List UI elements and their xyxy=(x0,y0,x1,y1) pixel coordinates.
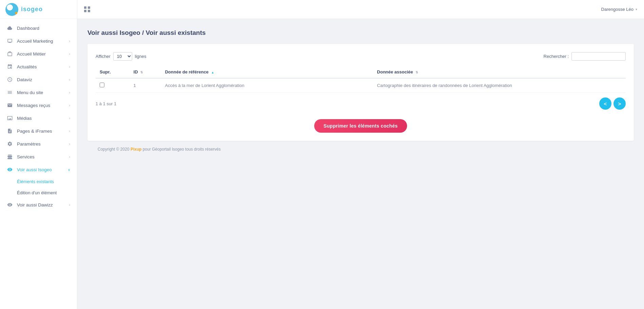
sidebar-item-accueil-metier-label: Accueil Métier xyxy=(17,51,68,57)
chevron-right-icon: › xyxy=(69,142,70,146)
sidebar-item-actualites-label: Actualités xyxy=(17,64,68,69)
sidebar-item-dataviz-label: Dataviz xyxy=(17,77,68,82)
topbar: Darengosse Léo ▾ xyxy=(77,0,644,19)
sidebar-item-messages-recus[interactable]: Messages reçus › xyxy=(0,99,77,112)
sidebar-item-voir-aussi-isogeo[interactable]: Voir aussi Isogeo ∨ xyxy=(0,163,77,176)
sidebar-item-actualites[interactable]: Actualités › xyxy=(0,60,77,73)
table-controls-left: Afficher 10 25 50 100 lignes xyxy=(96,52,146,61)
cloud-icon xyxy=(7,25,13,31)
next-button[interactable]: > xyxy=(613,97,626,110)
sidebar-item-dashboard-label: Dashboard xyxy=(17,26,70,31)
file-icon xyxy=(7,128,13,134)
sidebar-item-voir-aussi-dawizz[interactable]: Voir aussi Dawizz › xyxy=(0,198,77,211)
envelope-icon xyxy=(7,103,13,108)
content-area: Voir aussi Isogeo / Voir aussi existants… xyxy=(77,19,644,309)
delete-button[interactable]: Supprimer les éléments cochés xyxy=(314,119,407,133)
col-donnee-reference[interactable]: Donnée de référence ▲ xyxy=(161,66,373,78)
col-donnee-associee[interactable]: Donnée associée ⇅ xyxy=(373,66,626,78)
main: Darengosse Léo ▾ Voir aussi Isogeo / Voi… xyxy=(77,0,644,309)
col-id[interactable]: ID ⇅ xyxy=(129,66,161,78)
sidebar-item-parametres-label: Paramètres xyxy=(17,141,68,147)
footer: Copyright © 2020 Pixup pour Géoportail I… xyxy=(87,141,634,158)
chevron-right-icon: › xyxy=(69,52,70,56)
table-cell-id: 1 xyxy=(129,78,161,93)
footer-text-after: pour Géoportail Isogeo tous droits réser… xyxy=(142,147,221,152)
sidebar-item-accueil-marketing-label: Accueil Marketing xyxy=(17,39,68,44)
table-body: 1 Accès à la mer de Lorient Agglomératio… xyxy=(96,78,626,93)
page-size-select[interactable]: 10 25 50 100 xyxy=(113,52,132,61)
sidebar-item-voir-aussi-isogeo-label: Voir aussi Isogeo xyxy=(17,167,66,172)
briefcase-icon xyxy=(7,51,13,57)
menu-icon xyxy=(7,90,13,95)
chevron-down-icon: ∨ xyxy=(68,168,70,172)
server-icon xyxy=(7,154,13,159)
sidebar-item-messages-label: Messages reçus xyxy=(17,103,68,108)
sidebar-sub-item-elements-existants[interactable]: Éléments existants xyxy=(0,176,77,187)
col-id-label: ID xyxy=(134,69,138,74)
sort-icon-id: ⇅ xyxy=(140,71,143,74)
sidebar-item-dataviz[interactable]: Dataviz › xyxy=(0,73,77,86)
sidebar-item-medias[interactable]: Médias › xyxy=(0,112,77,125)
footer-text-before: Copyright © 2020 xyxy=(98,147,130,152)
chevron-right-icon: › xyxy=(69,155,70,159)
pagination-buttons: < > xyxy=(599,97,626,110)
sidebar-item-dashboard[interactable]: Dashboard xyxy=(0,22,77,35)
search-input[interactable] xyxy=(571,52,626,61)
user-menu[interactable]: Darengosse Léo ▾ xyxy=(601,7,637,12)
chevron-right-icon: › xyxy=(69,129,70,133)
chevron-right-icon: › xyxy=(69,116,70,120)
main-card: Afficher 10 25 50 100 lignes Rechercher … xyxy=(87,44,634,141)
prev-button[interactable]: < xyxy=(599,97,611,110)
sidebar-sub-item-elements-existants-label: Éléments existants xyxy=(17,179,54,184)
table-controls: Afficher 10 25 50 100 lignes Rechercher … xyxy=(96,52,626,61)
sidebar-item-medias-label: Médias xyxy=(17,116,68,121)
lines-label: lignes xyxy=(135,54,146,59)
eye-icon xyxy=(7,202,13,207)
col-donnee-associee-label: Donnée associée xyxy=(377,69,413,74)
gear-icon xyxy=(7,141,13,147)
logo: isogeo xyxy=(0,0,77,19)
sidebar-item-menu-du-site[interactable]: Menu du site › xyxy=(0,86,77,99)
sidebar-item-services[interactable]: Services › xyxy=(0,150,77,163)
sidebar-item-voir-aussi-dawizz-label: Voir aussi Dawizz xyxy=(17,202,68,207)
row-id: 1 xyxy=(134,83,136,88)
sidebar: isogeo Dashboard Accueil Marketing › Acc… xyxy=(0,0,77,309)
sidebar-item-accueil-marketing[interactable]: Accueil Marketing › xyxy=(0,35,77,47)
chevron-right-icon: › xyxy=(69,91,70,94)
delete-button-row: Supprimer les éléments cochés xyxy=(96,119,626,133)
image-icon xyxy=(7,115,13,121)
sidebar-sub-item-edition-element[interactable]: Édition d'un élément xyxy=(0,187,77,198)
pagination-info: 1 à 1 sur 1 < > xyxy=(96,97,626,110)
chevron-right-icon: › xyxy=(69,104,70,107)
chevron-right-icon: › xyxy=(69,78,70,82)
calendar-icon xyxy=(7,64,13,69)
chevron-right-icon: › xyxy=(69,203,70,207)
chevron-right-icon: › xyxy=(69,39,70,43)
logo-text: isogeo xyxy=(21,6,43,13)
sidebar-item-services-label: Services xyxy=(17,154,68,159)
pagination-text: 1 à 1 sur 1 xyxy=(96,101,116,106)
table-row: 1 Accès à la mer de Lorient Agglomératio… xyxy=(96,78,626,93)
sidebar-item-parametres[interactable]: Paramètres › xyxy=(0,137,77,150)
col-donnee-reference-label: Donnée de référence xyxy=(165,69,209,74)
footer-brand-link[interactable]: Pixup xyxy=(130,147,142,152)
sort-icon-donnee-associee: ⇅ xyxy=(416,71,418,74)
monitor-icon xyxy=(7,38,13,44)
sidebar-item-accueil-metier[interactable]: Accueil Métier › xyxy=(0,47,77,60)
apps-icon[interactable] xyxy=(84,6,90,12)
sort-icon-donnee-reference: ▲ xyxy=(211,71,214,74)
sidebar-nav: Dashboard Accueil Marketing › Accueil Mé… xyxy=(0,19,77,309)
row-donnee-associee: Cartographie des itinéraires de randonné… xyxy=(377,83,512,88)
table-controls-right: Rechercher : xyxy=(544,52,626,61)
table-cell-donnee-associee: Cartographie des itinéraires de randonné… xyxy=(373,78,626,93)
logo-icon xyxy=(5,3,18,16)
table-cell-donnee-reference: Accès à la mer de Lorient Agglomération xyxy=(161,78,373,93)
row-checkbox[interactable] xyxy=(100,83,104,87)
page-title: Voir aussi Isogeo / Voir aussi existants xyxy=(87,29,634,37)
col-supr-label: Supr. xyxy=(100,69,111,74)
table-cell-checkbox xyxy=(96,78,129,93)
sidebar-item-pages-iframes[interactable]: Pages & iFrames › xyxy=(0,125,77,137)
user-name: Darengosse Léo xyxy=(601,7,633,12)
col-supr: Supr. xyxy=(96,66,129,78)
data-table: Supr. ID ⇅ Donnée de référence ▲ Donnée … xyxy=(96,66,626,93)
